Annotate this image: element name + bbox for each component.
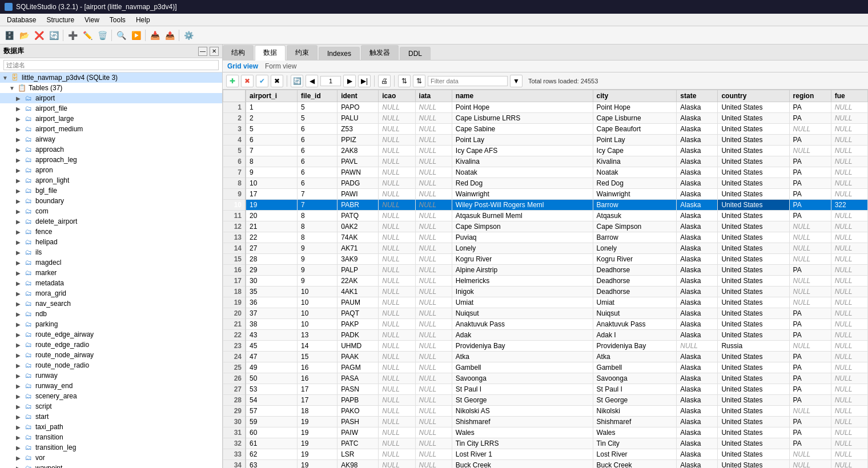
table-row[interactable]: 34 63 19 AK98 NULL NULL Buck Creek Buck … (223, 460, 868, 469)
grid-view-label[interactable]: Grid view (227, 62, 258, 70)
col-header-ident[interactable]: ident (337, 90, 379, 102)
table-row[interactable]: 20 37 10 PAQT NULL NULL Nuiqsut Nuiqsut … (223, 308, 868, 319)
col-header-country[interactable]: country (718, 90, 789, 102)
sidebar-filter-input[interactable] (3, 60, 219, 70)
sidebar-item-ndb[interactable]: ▶ 🗂 ndb (0, 309, 222, 319)
table-row[interactable]: 33 62 19 LSR NULL NULL Lost River 1 Lost… (223, 449, 868, 460)
table-row[interactable]: 11 20 8 PATQ NULL NULL Atqasuk Burnell M… (223, 211, 868, 221)
table-row[interactable]: 26 50 16 PASA NULL NULL Savoonga Savoong… (223, 373, 868, 384)
table-row[interactable]: 25 49 16 PAGM NULL NULL Gambell Gambell … (223, 362, 868, 373)
table-row[interactable]: 14 27 9 AK71 NULL NULL Lonely Lonely Ala… (223, 243, 868, 254)
sidebar-item-route_node_radio[interactable]: ▶ 🗂 route_node_radio (0, 360, 222, 370)
table-row[interactable]: 4 6 6 PPIZ NULL NULL Point Lay Point Lay… (223, 135, 868, 146)
col-header-name[interactable]: name (452, 90, 593, 102)
sidebar-item-marker[interactable]: ▶ 🗂 marker (0, 268, 222, 278)
menu-help[interactable]: Help (131, 15, 155, 25)
import-button[interactable]: 📥 (148, 29, 162, 42)
col-header-city[interactable]: city (593, 90, 677, 102)
sidebar-item-transition_leg[interactable]: ▶ 🗂 transition_leg (0, 442, 222, 453)
table-row[interactable]: 9 17 7 PAWI NULL NULL Wainwright Wainwri… (223, 189, 868, 200)
table-row[interactable]: 18 35 10 4AK1 NULL NULL Inigok Deadhorse… (223, 287, 868, 297)
last-page-button[interactable]: ▶| (358, 75, 371, 87)
sidebar-close-button[interactable]: ✕ (210, 47, 219, 56)
col-header-fuel[interactable]: fue (831, 90, 867, 102)
table-row[interactable]: 16 29 9 PALP NULL NULL Alpine Airstrip D… (223, 265, 868, 276)
sidebar-item-route_node_airway[interactable]: ▶ 🗂 route_node_airway (0, 350, 222, 360)
sidebar-item-vor[interactable]: ▶ 🗂 vor (0, 453, 222, 463)
form-view-label[interactable]: Form view (265, 62, 296, 70)
table-row[interactable]: 6 8 6 PAVL NULL NULL Kivalina Kivalina A… (223, 156, 868, 167)
sidebar-item-approach[interactable]: ▶ 🗂 approach (0, 144, 222, 155)
table-row[interactable]: 17 30 9 22AK NULL NULL Helmericks Deadho… (223, 276, 868, 287)
table-row[interactable]: 2 2 5 PALU NULL NULL Cape Lisburne LRRS … (223, 113, 868, 124)
sidebar-item-airway[interactable]: ▶ 🗂 airway (0, 134, 222, 144)
tab-constraints[interactable]: 约束 (287, 45, 318, 60)
filter-apply-button[interactable]: ▼ (510, 75, 523, 87)
sidebar-item-airport_medium[interactable]: ▶ 🗂 airport_medium (0, 124, 222, 134)
table-row[interactable]: 28 54 17 PAPB NULL NULL St George St Geo… (223, 395, 868, 406)
sidebar-item-boundary[interactable]: ▶ 🗂 boundary (0, 196, 222, 206)
delete-table-button[interactable]: 🗑️ (95, 29, 109, 42)
col-header-icao[interactable]: icao (379, 90, 415, 102)
sidebar-item-metadata[interactable]: ▶ 🗂 metadata (0, 278, 222, 288)
table-row[interactable]: 5 7 6 2AK8 NULL NULL Icy Cape AFS Icy Ca… (223, 146, 868, 156)
sidebar-item-magdecl[interactable]: ▶ 🗂 magdecl (0, 257, 222, 268)
print-button[interactable]: 🖨 (378, 75, 391, 87)
execute-button[interactable]: ▶️ (129, 29, 143, 42)
table-row[interactable]: 8 10 6 PADG NULL NULL Red Dog Red Dog Al… (223, 178, 868, 189)
page-number-input[interactable] (320, 76, 341, 86)
table-row[interactable]: 30 59 19 PASH NULL NULL Shishmaref Shish… (223, 417, 868, 427)
sidebar-item-route_edge_radio[interactable]: ▶ 🗂 route_edge_radio (0, 340, 222, 350)
sidebar-item-mora_grid[interactable]: ▶ 🗂 mora_grid (0, 288, 222, 298)
tab-indexes[interactable]: Indexes (319, 47, 360, 60)
sidebar-item-waypoint[interactable]: ▶ 🗂 waypoint (0, 463, 222, 468)
table-row[interactable]: 27 53 17 PASN NULL NULL St Paul I St Pau… (223, 384, 868, 395)
sidebar-item-scenery_area[interactable]: ▶ 🗂 scenery_area (0, 391, 222, 401)
tab-data[interactable]: 数据 (255, 45, 286, 60)
filter-data-input[interactable] (428, 76, 508, 86)
sidebar-item-start[interactable]: ▶ 🗂 start (0, 411, 222, 422)
col-filter-button[interactable]: ⇅ (413, 75, 425, 87)
col-header-airport_id[interactable]: airport_i (246, 90, 298, 102)
new-db-button[interactable]: 🗄️ (2, 29, 16, 42)
cancel-row-button[interactable]: ✖ (271, 75, 283, 87)
table-row[interactable]: 29 57 18 PAKO NULL NULL Nikolski AS Niko… (223, 406, 868, 417)
col-header-region[interactable]: region (789, 90, 831, 102)
add-table-button[interactable]: ➕ (66, 29, 79, 42)
sidebar-item-script[interactable]: ▶ 🗂 script (0, 401, 222, 411)
tab-structure[interactable]: 结构 (223, 45, 254, 60)
sidebar-item-runway[interactable]: ▶ 🗂 runway (0, 370, 222, 381)
refresh-data-button[interactable]: 🔄 (291, 75, 303, 87)
tab-ddl[interactable]: DDL (400, 47, 431, 60)
sidebar-item-parking[interactable]: ▶ 🗂 parking (0, 319, 222, 329)
sidebar-item-nav_search[interactable]: ▶ 🗂 nav_search (0, 298, 222, 309)
edit-table-button[interactable]: ✏️ (81, 29, 94, 42)
sidebar-item-delete_airport[interactable]: ▶ 🗂 delete_airport (0, 216, 222, 227)
sidebar-item-runway_end[interactable]: ▶ 🗂 runway_end (0, 381, 222, 391)
menu-database[interactable]: Database (2, 15, 41, 25)
sidebar-item-route_edge_airway[interactable]: ▶ 🗂 route_edge_airway (0, 329, 222, 340)
menu-structure[interactable]: Structure (42, 15, 79, 25)
table-row[interactable]: 10 19 7 PABR NULL NULL Wiley Post-Will R… (223, 200, 868, 211)
table-row[interactable]: 21 38 10 PAKP NULL NULL Anaktuvuk Pass A… (223, 319, 868, 330)
sidebar-item-approach_leg[interactable]: ▶ 🗂 approach_leg (0, 155, 222, 165)
sidebar-item-airport_file[interactable]: ▶ 🗂 airport_file (0, 103, 222, 114)
sidebar-item-helipad[interactable]: ▶ 🗂 helipad (0, 237, 222, 247)
col-header-state[interactable]: state (677, 90, 718, 102)
table-row[interactable]: 7 9 6 PAWN NULL NULL Noatak Noatak Alask… (223, 167, 868, 178)
confirm-button[interactable]: ✔ (256, 75, 268, 87)
sidebar-item-fence[interactable]: ▶ 🗂 fence (0, 227, 222, 237)
next-page-button[interactable]: ▶ (343, 75, 356, 87)
menu-view[interactable]: View (80, 15, 104, 25)
sidebar-item-airport_large[interactable]: ▶ 🗂 airport_large (0, 114, 222, 124)
col-sort-button[interactable]: ⇅ (398, 75, 411, 87)
table-row[interactable]: 1 1 5 PAPO NULL NULL Point Hope Point Ho… (223, 102, 868, 113)
open-db-button[interactable]: 📂 (17, 29, 31, 42)
sidebar-item-transition[interactable]: ▶ 🗂 transition (0, 432, 222, 442)
db-node[interactable]: ▼ 🗄 little_navmap_p3dv4 (SQLite 3) (0, 72, 222, 83)
col-header-iata[interactable]: iata (415, 90, 452, 102)
sidebar-item-ils[interactable]: ▶ 🗂 ils (0, 247, 222, 257)
table-row[interactable]: 15 28 9 3AK9 NULL NULL Kogru River Kogru… (223, 254, 868, 265)
query-button[interactable]: 🔍 (114, 29, 128, 42)
table-row[interactable]: 13 22 8 74AK NULL NULL Puviaq Barrow Ala… (223, 232, 868, 243)
